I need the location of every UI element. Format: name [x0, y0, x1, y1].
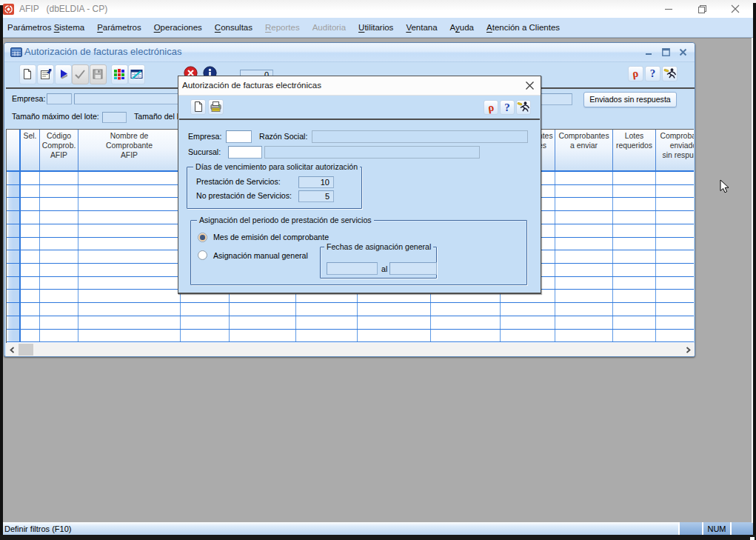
new-document-button[interactable] [19, 64, 36, 84]
enviados-sin-respuesta-button[interactable]: Enviados sin respuesta [583, 92, 677, 108]
grid-cell[interactable] [40, 264, 78, 276]
grid-cell[interactable] [613, 250, 656, 263]
grid-cell[interactable] [296, 316, 358, 329]
grid-cell[interactable] [501, 330, 555, 342]
grid-cell[interactable] [78, 185, 181, 198]
empresa-code-field[interactable] [47, 93, 72, 104]
lote-max-field[interactable] [102, 112, 127, 123]
grid-cell[interactable] [40, 290, 78, 302]
grid-cell[interactable] [431, 303, 501, 316]
grid-cell[interactable] [555, 224, 613, 237]
grid-marker-cell[interactable] [7, 264, 21, 276]
grid-cell[interactable] [555, 250, 613, 263]
menu-item-par-metros-sistema[interactable]: Parámetros Sistema [7, 23, 84, 32]
grid-cell[interactable] [21, 290, 40, 302]
menu-item-atenci-n-a-clientes[interactable]: Atención a Clientes [486, 23, 560, 32]
grid-marker-cell[interactable] [7, 250, 21, 263]
grid-cell[interactable] [501, 316, 555, 329]
grid-marker-cell[interactable] [7, 316, 21, 329]
grid-cell[interactable] [431, 316, 501, 329]
no-prestacion-field[interactable]: 5 [298, 190, 334, 202]
grid-cell[interactable] [78, 316, 181, 329]
grid-cell[interactable] [296, 303, 358, 316]
scroll-left-button[interactable] [6, 343, 19, 356]
grid-cell[interactable] [40, 238, 78, 250]
fecha-hasta-field[interactable] [389, 262, 437, 275]
grid-cell[interactable] [78, 172, 181, 184]
grid-cell[interactable] [555, 303, 613, 316]
filter-rho-button[interactable]: ρ [628, 66, 643, 81]
grid-cell[interactable] [78, 224, 181, 237]
grid-cell[interactable] [21, 330, 40, 342]
menu-item-utilitarios[interactable]: Utilitarios [358, 23, 393, 32]
grid-cell[interactable] [40, 185, 78, 198]
grid-cell[interactable] [40, 303, 78, 316]
fecha-desde-field[interactable] [327, 262, 378, 275]
radio-mes-emision[interactable] [198, 233, 207, 242]
grid-cell[interactable] [555, 185, 613, 198]
grid-cell[interactable] [656, 290, 694, 302]
grid-cell[interactable] [555, 264, 613, 276]
grid-cell[interactable] [21, 211, 40, 224]
grid-cell[interactable] [296, 330, 358, 342]
grid-cell[interactable] [656, 238, 694, 250]
grid-cell[interactable] [78, 330, 181, 342]
grid-cell[interactable] [555, 277, 613, 290]
grid-cell[interactable] [21, 238, 40, 250]
grid-cell[interactable] [21, 303, 40, 316]
exit-runner-button[interactable] [662, 66, 678, 81]
grid-cell[interactable] [613, 238, 656, 250]
grid-cell[interactable] [21, 316, 40, 329]
grid-marker-cell[interactable] [7, 303, 21, 316]
help-button[interactable]: ? [645, 66, 660, 81]
grid-cell[interactable] [358, 303, 431, 316]
grid-marker-cell[interactable] [7, 290, 21, 302]
grid-cell[interactable] [78, 211, 181, 224]
grid-marker-cell[interactable] [7, 224, 21, 237]
grid-cell[interactable] [613, 211, 656, 224]
grid-cell[interactable] [181, 316, 230, 329]
grid-cell[interactable] [555, 198, 613, 210]
dialog-empresa-input[interactable] [226, 130, 252, 143]
grid-cell[interactable] [21, 185, 40, 198]
grid-cell[interactable] [613, 303, 656, 316]
grid-cell[interactable] [613, 330, 656, 342]
grid-cell[interactable] [21, 264, 40, 276]
grid-cell[interactable] [613, 224, 656, 237]
grid-cell[interactable] [21, 172, 40, 184]
grid-header-cell[interactable]: Sel. [21, 130, 40, 170]
grid-marker-cell[interactable] [7, 172, 21, 184]
grid-cell[interactable] [555, 172, 613, 184]
grid-cell[interactable] [78, 264, 181, 276]
child-minimize-button[interactable] [643, 47, 655, 57]
grid-cell[interactable] [40, 224, 78, 237]
menu-item-ventana[interactable]: Ventana [406, 23, 437, 32]
open-form-button[interactable] [37, 64, 54, 84]
grid-cell[interactable] [21, 250, 40, 263]
grid-cell[interactable] [230, 330, 296, 342]
child-maximize-button[interactable] [660, 47, 672, 57]
grid-cell[interactable] [181, 330, 230, 342]
grid-cell[interactable] [40, 250, 78, 263]
grid-header-cell[interactable]: Nombre deComprobanteAFIP [78, 130, 181, 170]
child-titlebar[interactable]: Autorización de facturas electrónicas [4, 43, 695, 62]
grid-cell[interactable] [613, 290, 656, 302]
print-button[interactable] [208, 99, 224, 115]
radio-asignacion-manual[interactable] [198, 250, 207, 260]
grid-cell[interactable] [40, 277, 78, 290]
menu-item-consultas[interactable]: Consultas [215, 23, 252, 32]
grid-header-cell[interactable]: Comprobantesa enviar [555, 130, 613, 170]
grid-cell[interactable] [656, 172, 694, 184]
menu-item-par-metros[interactable]: Parámetros [97, 23, 141, 32]
grid-marker-cell[interactable] [7, 211, 21, 224]
grid-cell[interactable] [431, 330, 501, 342]
grid-cell[interactable] [40, 198, 78, 210]
grid-cell[interactable] [358, 330, 431, 342]
color-grid-button[interactable] [111, 64, 128, 84]
scrollbar-thumb[interactable] [19, 344, 33, 356]
grid-cell[interactable] [613, 198, 656, 210]
grid-row[interactable] [7, 303, 694, 316]
grid-cell[interactable] [358, 316, 431, 329]
dialog-filter-rho-button[interactable]: ρ [484, 100, 498, 115]
grid-marker-cell[interactable] [7, 198, 21, 210]
